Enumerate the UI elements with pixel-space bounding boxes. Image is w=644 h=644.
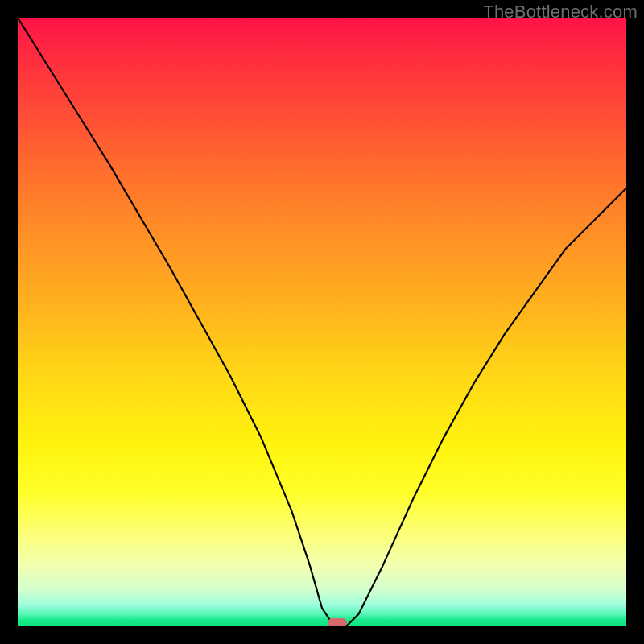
- plot-area: [18, 18, 626, 626]
- curve-path: [18, 18, 626, 626]
- watermark-text: TheBottleneck.com: [483, 2, 638, 23]
- bottleneck-curve: [18, 18, 626, 626]
- optimal-point-marker: [328, 618, 347, 626]
- chart-frame: TheBottleneck.com: [0, 0, 644, 644]
